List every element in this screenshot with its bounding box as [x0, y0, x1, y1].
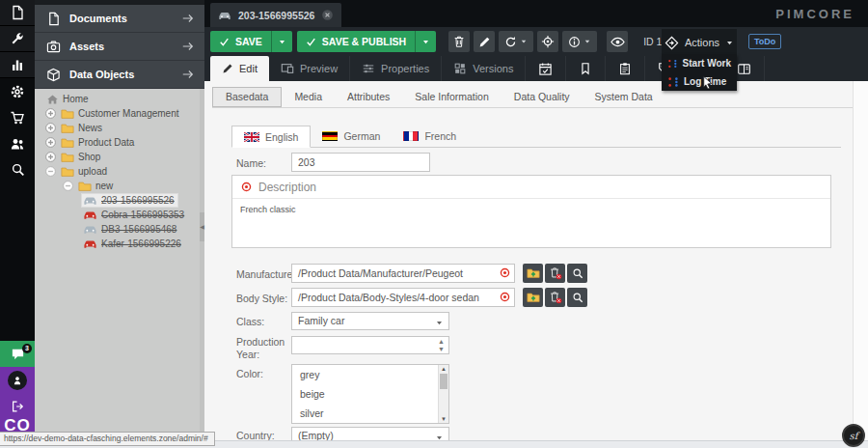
tree-item-customer-management[interactable]: Customer Management — [35, 106, 200, 121]
save-button[interactable]: SAVE — [210, 31, 292, 52]
tree-item-upload[interactable]: upload — [35, 164, 200, 179]
tree-item-kafer[interactable]: Kafer-1566995226 — [35, 237, 200, 251]
color-option-grey[interactable]: grey — [292, 365, 448, 384]
tab-basedata[interactable]: Basedata — [212, 87, 282, 107]
save-publish-dropdown-caret[interactable] — [415, 31, 436, 52]
car-red-icon — [83, 237, 97, 251]
name-input[interactable]: 203 — [291, 153, 430, 172]
expand-plus-icon[interactable] — [44, 122, 57, 134]
symfony-profiler-button[interactable]: sf — [842, 424, 865, 447]
color-option-beige[interactable]: beige — [292, 384, 448, 404]
tab-media[interactable]: Media — [282, 87, 335, 107]
tab-system-data[interactable]: System Data — [583, 87, 665, 107]
collapse-minus-icon[interactable] — [44, 165, 57, 178]
menu-item-start-work[interactable]: Start Work — [662, 54, 737, 72]
delete-button[interactable] — [448, 31, 470, 52]
tab-notes[interactable] — [566, 56, 606, 81]
body-style-input[interactable]: /Product Data/Body-Styles/4-door sedan — [291, 288, 515, 307]
info-button[interactable] — [562, 31, 597, 52]
tab-language-german[interactable]: German — [311, 126, 392, 147]
object-tab[interactable]: 203-1566995526 — [210, 3, 341, 27]
pencil-icon — [478, 36, 491, 48]
tab-reports[interactable] — [606, 56, 645, 81]
tab-data-quality[interactable]: Data Quality — [502, 87, 583, 107]
locate-in-tree-button[interactable] — [537, 31, 558, 52]
nav-tools-button[interactable] — [0, 26, 35, 52]
manufacturer-open-button[interactable] — [523, 264, 543, 283]
expand-plus-icon[interactable] — [44, 136, 57, 149]
body-style-open-button[interactable] — [523, 288, 543, 307]
scroll-down-icon[interactable]: ▼ — [439, 416, 448, 422]
tree-item-home[interactable]: Home — [35, 92, 200, 106]
menu-item-log-time[interactable]: Log Time — [662, 72, 737, 91]
sliders-icon — [362, 62, 375, 75]
body-style-search-button[interactable] — [567, 288, 587, 307]
content-scrollbar[interactable] — [853, 81, 868, 440]
color-listbox[interactable]: grey beige silver ▲ ▼ — [291, 364, 449, 424]
manufacturer-clear-button[interactable] — [545, 264, 565, 283]
folder-upload-icon — [527, 291, 540, 304]
tree-item-shop[interactable]: Shop — [35, 150, 200, 164]
car-red-icon — [83, 208, 97, 222]
tree-item-db3[interactable]: DB3-1566995468 — [35, 222, 200, 237]
tab-edit[interactable]: Edit — [210, 56, 269, 81]
tree-item-203[interactable]: 203-1566995526 — [35, 193, 200, 208]
tab-preview[interactable]: Preview — [269, 56, 350, 81]
tab-sale-information[interactable]: Sale Information — [402, 87, 501, 107]
nav-search-button[interactable] — [0, 156, 35, 182]
manufacturer-search-button[interactable] — [567, 264, 587, 283]
chat-button[interactable]: 3 — [0, 341, 35, 367]
tree-item-news[interactable]: News — [35, 121, 200, 135]
nav-customers-button[interactable] — [0, 130, 35, 156]
sidebar-item-assets[interactable]: Assets — [35, 33, 204, 61]
color-option-silver[interactable]: silver — [292, 404, 448, 423]
save-dropdown-caret[interactable] — [271, 31, 292, 52]
tab-attributes[interactable]: Attributes — [335, 87, 402, 107]
tab-scheduler[interactable] — [526, 56, 566, 81]
arrow-right-icon — [181, 12, 195, 25]
sidebar-item-data-objects[interactable]: Data Objects — [35, 61, 204, 89]
expand-plus-icon[interactable] — [44, 151, 57, 163]
spinner-arrows[interactable]: ▲▼ — [438, 338, 445, 353]
expand-plus-icon[interactable] — [44, 107, 57, 120]
french-flag-icon — [403, 131, 419, 141]
listbox-scrollbar[interactable]: ▲ ▼ — [438, 365, 448, 423]
description-editor[interactable]: French classic — [232, 199, 830, 220]
user-profile-button[interactable] — [0, 367, 35, 393]
tab-versions[interactable]: Versions — [442, 56, 526, 81]
tab-language-english[interactable]: English — [231, 126, 311, 148]
tree-item-product-data[interactable]: Product Data — [35, 135, 200, 150]
language-label: French — [424, 130, 456, 142]
spinner-down-icon[interactable]: ▼ — [438, 346, 445, 353]
nav-documents-button[interactable] — [0, 0, 35, 26]
actions-label: Actions — [685, 37, 719, 48]
collapse-minus-icon[interactable] — [62, 180, 74, 192]
nav-ecommerce-button[interactable] — [0, 104, 35, 130]
close-icon[interactable] — [321, 9, 334, 21]
manufacturer-input[interactable]: /Product Data/Manufacturer/Peugeot — [291, 264, 515, 283]
tree-item-cobra[interactable]: Cobra-1566995353 — [35, 208, 200, 222]
tab-properties[interactable]: Properties — [350, 56, 442, 81]
production-year-spinner[interactable]: ▲▼ — [291, 336, 449, 354]
reload-button[interactable] — [499, 31, 533, 52]
actions-dropdown-button[interactable]: Actions — [662, 29, 737, 56]
save-publish-button[interactable]: SAVE & PUBLISH — [297, 31, 436, 52]
rename-button[interactable] — [474, 31, 495, 52]
sidebar-section-label: Assets — [69, 41, 181, 52]
scroll-up-icon[interactable]: ▲ — [439, 366, 448, 372]
scrollbar-thumb[interactable] — [440, 374, 448, 389]
collapse-tree-handle[interactable]: ◀ — [200, 212, 204, 241]
nav-reports-button[interactable] — [0, 52, 35, 78]
sidebar-item-documents[interactable]: Documents — [35, 5, 204, 33]
tree-splitter[interactable]: ◀ — [200, 89, 204, 440]
tab-language-french[interactable]: French — [392, 126, 468, 147]
open-preview-button[interactable] — [607, 31, 628, 52]
drag-target-icon — [499, 266, 511, 279]
logout-button[interactable] — [0, 393, 35, 419]
nav-settings-button[interactable] — [0, 78, 35, 104]
body-style-clear-button[interactable] — [545, 288, 565, 307]
tree-item-new[interactable]: new — [35, 179, 200, 193]
spinner-up-icon[interactable]: ▲ — [438, 338, 445, 346]
class-value: Family car — [298, 315, 344, 326]
class-select[interactable]: Family car — [291, 312, 449, 330]
